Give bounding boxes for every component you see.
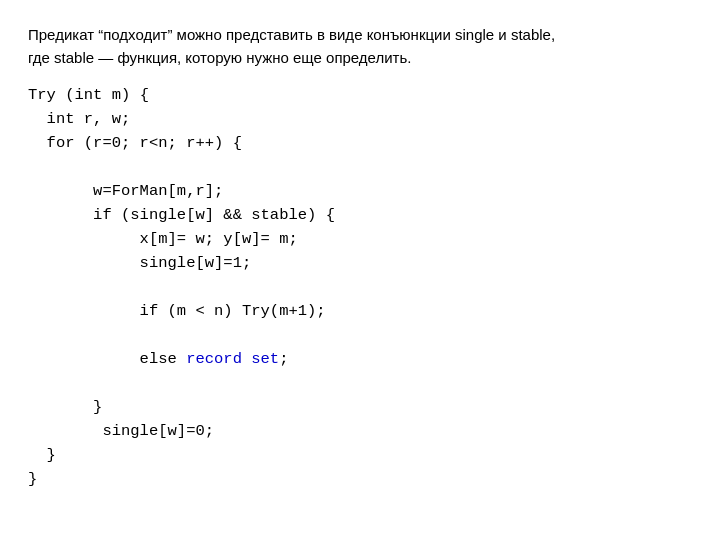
intro-paragraph: Предикат “подходит” можно представить в … <box>28 24 692 69</box>
keyword-int-2: int <box>47 110 75 128</box>
code-line-11 <box>28 323 692 347</box>
code-line-15: single[w]=0; <box>28 419 692 443</box>
code-line-13 <box>28 371 692 395</box>
code-line-1: Try (int m) { <box>28 83 692 107</box>
code-block: Try (int m) { int r, w; for (r=0; r<n; r… <box>28 83 692 491</box>
code-line-2: int r, w; <box>28 107 692 131</box>
code-line-12: else record set; <box>28 347 692 371</box>
code-line-8: single[w]=1; <box>28 251 692 275</box>
intro-line2: где stable — функция, которую нужно еще … <box>28 49 411 66</box>
code-line-17: } <box>28 467 692 491</box>
keyword-int-1: int <box>75 86 103 104</box>
code-line-3: for (r=0; r<n; r++) { <box>28 131 692 155</box>
code-line-9 <box>28 275 692 299</box>
page-container: Предикат “подходит” можно представить в … <box>0 0 720 540</box>
record-set-blue: record set <box>186 350 279 368</box>
code-line-5: w=ForMan[m,r]; <box>28 179 692 203</box>
code-line-6: if (single[w] && stable) { <box>28 203 692 227</box>
code-line-14: } <box>28 395 692 419</box>
code-line-10: if (m < n) Try(m+1); <box>28 299 692 323</box>
code-line-7: x[m]= w; y[w]= m; <box>28 227 692 251</box>
code-line-16: } <box>28 443 692 467</box>
intro-line1: Предикат “подходит” можно представить в … <box>28 26 555 43</box>
code-line-4 <box>28 155 692 179</box>
